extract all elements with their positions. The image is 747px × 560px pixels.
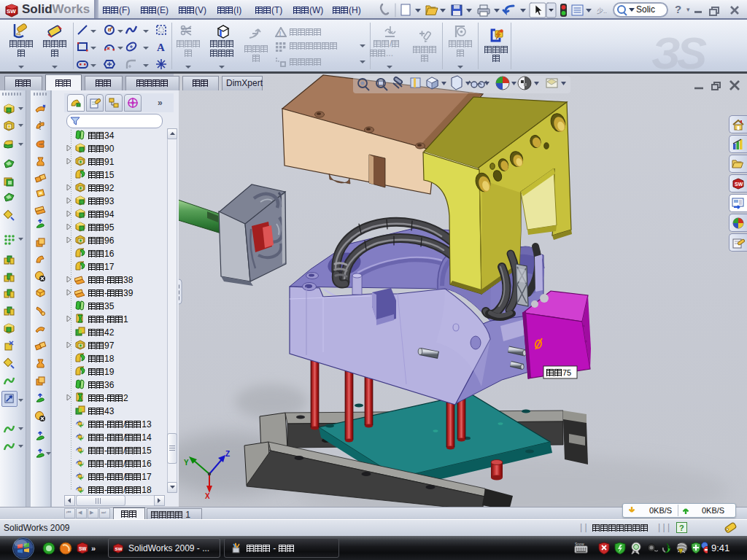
svg-text:SW: SW <box>735 182 743 187</box>
svg-text:SW: SW <box>7 8 16 15</box>
svg-text:Y: Y <box>184 459 189 467</box>
svg-text:»: » <box>91 544 96 553</box>
svg-text:A: A <box>157 42 165 52</box>
svg-text:!: ! <box>279 30 282 37</box>
svg-text:SW: SW <box>115 546 123 551</box>
svg-text:Snow: Snow <box>575 542 584 546</box>
svg-text:SW: SW <box>79 546 87 551</box>
svg-text:少..: 少.. <box>597 7 607 15</box>
svg-text:!: ! <box>680 549 681 553</box>
svg-text:X: X <box>205 492 210 500</box>
svg-text:Z: Z <box>225 450 230 458</box>
